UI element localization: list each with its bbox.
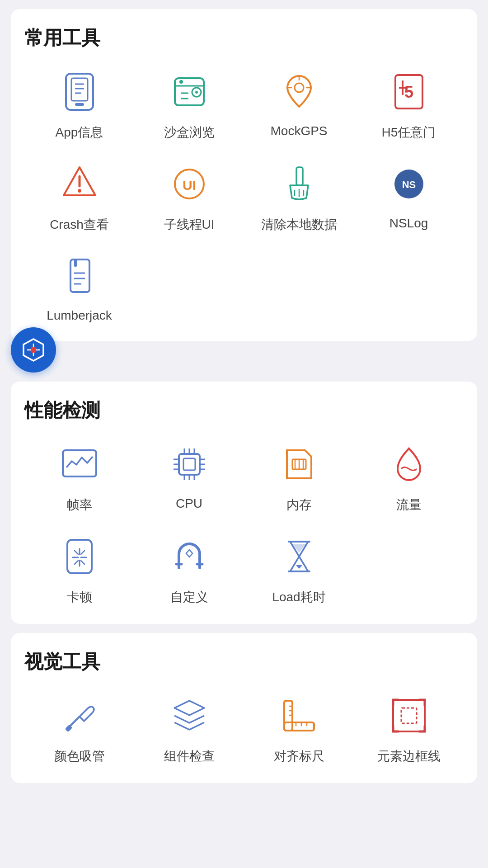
nslog-label: NSLog [389,216,428,231]
lumberjack-item[interactable]: Lumberjack [24,251,134,323]
svg-line-71 [75,561,78,564]
clear-data-item[interactable]: 清除本地数据 [244,159,354,233]
svg-rect-91 [401,708,417,723]
svg-marker-78 [296,565,302,569]
app-info-label: App信息 [56,124,103,141]
h5-item[interactable]: 5 H5任意门 [354,67,464,141]
cpu-item[interactable]: CPU [134,439,244,514]
mockgps-label: MockGPS [270,124,327,138]
mockgps-item[interactable]: MockGPS [244,67,354,141]
nslog-item[interactable]: NS NSLog [354,159,464,233]
svg-text:5: 5 [404,83,413,101]
color-picker-icon [55,691,104,741]
thread-ui-label: 子线程UI [164,216,215,233]
svg-point-24 [78,189,81,193]
stutter-label: 卡顿 [67,589,92,606]
memory-item[interactable]: 内存 [244,439,354,514]
svg-rect-6 [175,78,204,105]
lumberjack-label: Lumberjack [47,308,112,323]
visual-tools-section: 视觉工具 颜色吸管 [11,633,477,783]
load-time-label: Load耗时 [272,589,325,606]
svg-rect-2 [75,103,84,106]
h5-icon: 5 [384,67,434,117]
visual-tools-grid: 颜色吸管 组件检查 [24,691,464,765]
component-check-icon [164,691,214,741]
svg-marker-81 [174,701,204,715]
crash-item[interactable]: Crash查看 [24,159,134,233]
svg-rect-44 [63,450,96,476]
component-check-item[interactable]: 组件检查 [134,691,244,765]
memory-label: 内存 [286,496,312,514]
svg-point-39 [30,347,37,353]
fps-label: 帧率 [67,496,92,514]
perf-tools-title: 性能检测 [24,398,464,423]
svg-line-69 [81,561,84,564]
load-time-item[interactable]: Load耗时 [244,532,354,606]
border-label: 元素边框线 [377,748,441,765]
svg-text:UI: UI [183,178,196,193]
common-tools-section: 常用工具 App信息 [11,9,477,341]
crash-label: Crash查看 [50,216,109,233]
svg-point-13 [295,83,304,92]
fps-icon [55,439,104,489]
common-tools-grid: App信息 沙盒浏览 [24,67,464,323]
color-picker-item[interactable]: 颜色吸管 [24,691,134,765]
border-item[interactable]: 元素边框线 [354,691,464,765]
sandbox-label: 沙盒浏览 [164,124,215,141]
stutter-icon [55,532,104,581]
custom-icon [164,532,214,581]
fab-button[interactable] [11,327,56,373]
thread-ui-item[interactable]: UI 子线程UI [134,159,244,233]
sandbox-icon [164,67,214,117]
alignment-item[interactable]: 对齐标尺 [244,691,354,765]
mockgps-icon [274,67,324,117]
perf-tools-section: 性能检测 帧率 [11,382,477,624]
svg-rect-83 [284,722,314,731]
svg-rect-46 [183,458,195,470]
custom-item[interactable]: 自定义 [134,532,244,606]
svg-rect-63 [67,540,92,573]
svg-rect-33 [70,259,89,292]
svg-marker-74 [186,550,192,557]
perf-tools-grid: 帧率 [24,439,464,606]
svg-rect-1 [71,78,88,101]
custom-label: 自定义 [170,589,208,606]
clear-data-label: 清除本地数据 [261,216,337,233]
border-icon [384,691,434,741]
svg-line-68 [75,551,78,554]
nslog-icon: NS [384,159,434,209]
load-time-icon [274,532,324,581]
cpu-label: CPU [176,496,202,511]
svg-text:NS: NS [402,179,416,190]
common-tools-title: 常用工具 [24,25,464,51]
component-check-label: 组件检查 [164,748,215,765]
visual-tools-title: 视觉工具 [24,649,464,675]
thread-ui-icon: UI [164,159,214,209]
fps-item[interactable]: 帧率 [24,439,134,514]
svg-rect-27 [296,167,303,185]
svg-point-10 [195,91,198,94]
stutter-item[interactable]: 卡顿 [24,532,134,606]
h5-label: H5任意门 [382,124,436,141]
traffic-item[interactable]: 流量 [354,439,464,514]
cpu-icon [164,439,214,489]
svg-line-70 [81,551,84,554]
svg-rect-45 [179,454,200,475]
alignment-icon [274,691,324,741]
svg-rect-90 [393,700,425,731]
traffic-label: 流量 [396,496,422,514]
svg-rect-34 [74,259,77,267]
app-info-item[interactable]: App信息 [24,67,134,141]
crash-icon [55,159,104,209]
clear-data-icon [274,159,324,209]
svg-point-8 [179,80,183,84]
traffic-icon [384,439,434,489]
memory-icon [274,439,324,489]
color-picker-label: 颜色吸管 [54,748,105,765]
alignment-label: 对齐标尺 [274,748,324,765]
app-info-icon [55,67,104,117]
lumberjack-icon [55,251,104,301]
sandbox-item[interactable]: 沙盒浏览 [134,67,244,141]
